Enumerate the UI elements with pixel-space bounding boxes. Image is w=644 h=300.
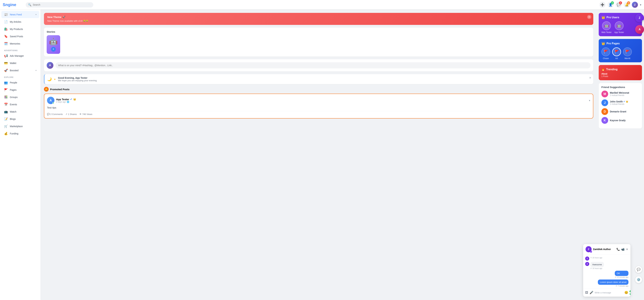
side-chat-button[interactable]: 💬 xyxy=(635,266,642,273)
sidebar-item-label: Saved Posts xyxy=(10,35,23,38)
greeting-close-button[interactable]: ✕ xyxy=(589,76,591,79)
sidebar-item-funding[interactable]: 💰 Funding xyxy=(1,130,39,137)
chat-mic-button[interactable]: 🎤 xyxy=(590,291,593,294)
pro-user-name: App Tester xyxy=(614,31,624,34)
watch-icon: 📺 xyxy=(4,110,8,114)
messages-button[interactable]: 💬 5 xyxy=(616,2,622,8)
sidebar-item-blogs[interactable]: 📝 Blogs xyxy=(1,115,39,122)
floating-avatar-app-tester[interactable]: A xyxy=(635,25,644,34)
friend-avatar: M xyxy=(602,91,608,97)
friend-info: Kaycee Grady xyxy=(610,119,626,122)
crown-icon: 👑 xyxy=(602,42,605,45)
topnav: Sngine 🔍 ➕ 👤 10 💬 5 🔔 42 Z ▾ xyxy=(0,0,644,10)
floating-avatar-zamblek[interactable]: Z xyxy=(635,14,644,22)
friend-item[interactable]: K Kaycee Grady xyxy=(602,117,639,124)
sidebar-item-label: Pages xyxy=(10,89,16,91)
friend-item[interactable]: D Demario Grant xyxy=(602,108,639,115)
add-button[interactable]: ➕ xyxy=(600,2,606,8)
side-settings-button[interactable]: ⚙️ xyxy=(635,276,642,283)
pro-user-item[interactable]: 🤖 App Tester xyxy=(614,21,624,34)
trending-tag[interactable]: #test xyxy=(602,72,639,75)
stories-title: Stories xyxy=(47,30,590,33)
promoted-badge-icon: 🔔 xyxy=(44,87,49,92)
pro-page-item[interactable]: 🚩 Chase xyxy=(602,47,610,60)
sidebar-item-my-articles[interactable]: 📄 My Articles xyxy=(1,18,39,25)
sidebar-item-marketplace[interactable]: 🛒 Marketplace xyxy=(1,123,39,130)
events-icon: 📅 xyxy=(4,103,8,106)
pro-page-avatar: 🚩 xyxy=(602,47,610,56)
chat-call-button[interactable]: 📞 xyxy=(616,248,620,251)
post-stats: 💬 2 Comments ↗ 1 Shares 👁 746 Views xyxy=(47,111,590,115)
friend-item[interactable]: M Maribel Weissnat 1 mutual friends xyxy=(602,91,639,97)
pro-page-item[interactable]: 🚩 Art xyxy=(612,47,621,60)
composer-input[interactable] xyxy=(56,62,590,68)
sidebar-item-label: My Products xyxy=(10,28,23,31)
sidebar-item-my-products[interactable]: 🛍️ My Products xyxy=(1,26,39,33)
notification-banner: ✕ New Theme 🚀 New Theme now available wi… xyxy=(44,13,593,25)
promoted-posts-section: 🔔 Promoted Posts A App Tester ✔ xyxy=(44,87,593,118)
chat-emoji-button[interactable]: 😊 xyxy=(624,291,628,294)
pro-user-item[interactable]: 🤖 Web Tester xyxy=(602,21,612,34)
sidebar-item-label: Marketplace xyxy=(10,125,23,128)
sidebar-item-watch[interactable]: 📺 Watch xyxy=(1,108,39,115)
story-add-button[interactable]: + xyxy=(51,47,56,52)
sidebar-item-news-feed[interactable]: 📰 News Feed ▾ xyxy=(1,11,39,18)
sidebar-item-groups[interactable]: 👫 Groups xyxy=(1,94,39,101)
trending-header: 🔥 Trending xyxy=(602,68,639,71)
sidebar-item-saved-posts[interactable]: 🔖 Saved Posts xyxy=(1,33,39,40)
friend-item[interactable]: J John Smith ✔ 👑 1 mutual friends xyxy=(602,99,639,106)
fire-icon: 🔥 xyxy=(602,68,605,71)
chat-send-button[interactable]: ▶ xyxy=(630,290,630,295)
chat-image-button[interactable]: 🖼 xyxy=(585,291,588,294)
pro-user-avatar: 🤖 xyxy=(602,21,611,30)
stories-row: 🤖 + xyxy=(47,35,590,54)
pro-user-avatar: 🤖 xyxy=(615,21,624,30)
sidebar-item-people[interactable]: 👥 People xyxy=(1,79,39,86)
post-options-chevron[interactable]: ▾ xyxy=(589,99,590,102)
marketplace-icon: 🛒 xyxy=(4,124,8,128)
search-bar[interactable]: 🔍 xyxy=(26,2,93,8)
composer-avatar: A xyxy=(47,62,54,69)
post-composer-card: A xyxy=(44,59,593,71)
sidebar-item-ads-manager[interactable]: 📢 Ads Manager xyxy=(1,52,39,59)
my-products-icon: 🛍️ xyxy=(4,27,8,31)
notifications-button[interactable]: 🔔 42 xyxy=(624,2,630,8)
chat-close-button[interactable]: ✕ xyxy=(626,248,628,251)
chat-message-input[interactable] xyxy=(595,291,623,294)
sidebar-item-pages[interactable]: 🚩 Pages xyxy=(1,86,39,93)
sidebar-item-label: Memories xyxy=(10,42,20,45)
story-item[interactable]: 🤖 + xyxy=(47,35,60,54)
notification-close-button[interactable]: ✕ xyxy=(587,15,591,19)
story-avatar: 🤖 xyxy=(49,38,58,46)
chat-popup: Z Z Zamblek Author 📞 📹 ✕ Z ⏱ 16 hours ag… xyxy=(583,244,630,296)
post-author-info: App Tester ✔ 👑 2 days ago 🌐 xyxy=(56,98,76,103)
sidebar-item-events[interactable]: 📅 Events xyxy=(1,101,39,108)
user-menu-chevron[interactable]: ▾ xyxy=(640,3,641,7)
search-input[interactable] xyxy=(33,4,91,6)
chevron-down-icon: ▾ xyxy=(36,69,36,72)
sidebar-item-wallet[interactable]: 💳 Wallet xyxy=(1,60,39,67)
friend-info: Maribel Weissnat 1 mutual friends xyxy=(610,91,629,96)
pro-page-item[interactable]: 🚩 Merritt xyxy=(623,47,632,60)
chat-message: OK ⏱ 13 minutes ago xyxy=(615,271,628,278)
trending-card: 🔥 Trending #test 1 Posts xyxy=(599,65,642,80)
friend-name: Kaycee Grady xyxy=(610,119,626,122)
people-icon: 👥 xyxy=(4,81,8,84)
sidebar-item-boosted[interactable]: 🚀 Boosted ▾ xyxy=(1,67,39,74)
sidebar-item-label: Events xyxy=(10,103,17,106)
moon-icon: 🌙 xyxy=(47,77,52,81)
friend-mutual: 1 mutual friends xyxy=(610,94,629,96)
user-avatar[interactable]: Z xyxy=(632,2,638,8)
greeting-card: 🌙 ★ Good Evening, App Tester We hope you… xyxy=(44,74,593,84)
chat-video-button[interactable]: 📹 xyxy=(621,248,624,251)
search-icon: 🔍 xyxy=(28,3,32,7)
crown-icon: 👑 xyxy=(626,100,628,103)
pro-pages-row: 🚩 Chase 🚩 Art 🚩 Merritt xyxy=(602,47,639,60)
post-author-avatar: A xyxy=(47,97,54,104)
topnav-actions: ➕ 👤 10 💬 5 🔔 42 Z ▾ xyxy=(600,2,641,8)
friend-requests-button[interactable]: 👤 10 xyxy=(608,2,614,8)
post-card: A App Tester ✔ 👑 2 days ago 🌐 xyxy=(44,94,593,118)
shares-stat: ↗ 1 Shares xyxy=(66,113,77,115)
sidebar-item-memories[interactable]: 🗓️ Memories xyxy=(1,40,39,47)
friend-requests-badge: 10 xyxy=(611,1,614,5)
